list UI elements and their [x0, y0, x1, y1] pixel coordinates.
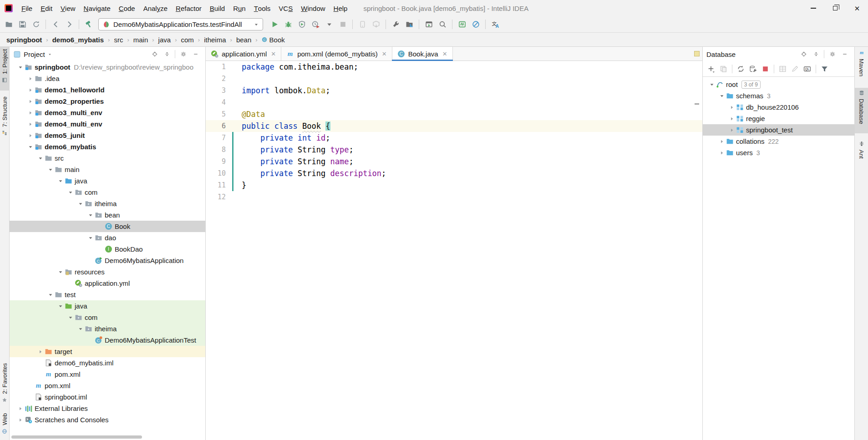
stop-button[interactable] — [336, 18, 350, 31]
tree-row-bean[interactable]: bean — [10, 209, 205, 221]
menu-vcs[interactable]: VCS — [274, 0, 297, 16]
caret-down-button[interactable] — [322, 18, 336, 31]
chevron-down-icon[interactable] — [48, 52, 52, 56]
tree-row-pom-xml[interactable]: mpom.xml — [10, 369, 205, 380]
tree-row-demo6-mybatis-iml[interactable]: demo6_mybatis.iml — [10, 357, 205, 369]
chevron-right-icon[interactable] — [26, 98, 35, 105]
breadcrumb-item-bean[interactable]: bean — [236, 36, 251, 44]
chevron-right-icon[interactable] — [727, 115, 736, 122]
stripe-button-1-project[interactable]: 1: Project — [0, 47, 9, 91]
tree-row-demo6mybatisapplicationtest[interactable]: CDemo6MybatisApplicationTest — [10, 334, 205, 346]
run-button[interactable] — [268, 18, 281, 31]
tree-row-java[interactable]: java — [10, 300, 205, 312]
code-line-4[interactable]: 4 — [206, 96, 702, 108]
gear-button[interactable] — [177, 48, 189, 60]
tree-row-book[interactable]: CBook — [10, 221, 205, 232]
search-everywhere-button[interactable] — [436, 18, 449, 31]
chevron-right-icon[interactable] — [727, 126, 736, 134]
synchronize-button[interactable] — [29, 18, 43, 31]
menu-analyze[interactable]: Analyze — [139, 0, 172, 16]
chevron-down-icon[interactable] — [36, 155, 45, 162]
tree-row-collations[interactable]: collations222 — [703, 136, 854, 147]
project-panel-title[interactable]: Project — [24, 51, 45, 58]
chevron-right-icon[interactable] — [717, 149, 726, 157]
line-number[interactable]: 1 — [206, 63, 231, 71]
tree-row-java[interactable]: java — [10, 175, 205, 187]
minimize-button[interactable] — [838, 48, 851, 60]
horizontal-scrollbar[interactable] — [11, 435, 142, 439]
tree-row-demo3-multi-env[interactable]: demo3_multi_env — [10, 107, 205, 118]
code-line-1[interactable]: 1package com.itheima.bean; — [206, 61, 702, 73]
line-number[interactable]: 10 — [206, 169, 231, 177]
tree-row-dao[interactable]: dao — [10, 232, 205, 243]
tree-row-demo5-junit[interactable]: demo5_junit — [10, 130, 205, 141]
tree-row-itheima[interactable]: itheima — [10, 198, 205, 209]
project-structure-button[interactable] — [402, 18, 416, 31]
code-line-7[interactable]: 7 private int id; — [206, 132, 702, 144]
tree-row-main[interactable]: main — [10, 164, 205, 175]
stripe-button-7-structure[interactable]: 7: Structure — [0, 94, 9, 143]
add-button[interactable] — [705, 63, 717, 75]
chevron-down-icon[interactable] — [56, 303, 65, 310]
breadcrumb-item-itheima[interactable]: itheima — [204, 36, 226, 44]
editor-tab-application-yml[interactable]: application.yml✕ — [206, 47, 281, 61]
download-dependencies-button[interactable] — [369, 18, 383, 31]
line-number[interactable]: 8 — [206, 146, 231, 154]
chevron-down-icon[interactable] — [26, 143, 35, 151]
chevron-right-icon[interactable] — [26, 86, 35, 94]
chevron-down-icon[interactable] — [56, 177, 65, 185]
line-number[interactable]: 6 — [206, 122, 231, 130]
tree-row-application-yml[interactable]: application.yml — [10, 278, 205, 289]
chevron-down-icon[interactable] — [46, 166, 55, 173]
menu-navigate[interactable]: Navigate — [80, 0, 115, 16]
chevron-right-icon[interactable] — [26, 132, 35, 139]
code-with-me-button[interactable] — [455, 18, 469, 31]
close-button[interactable]: ✕ — [846, 0, 868, 16]
locate-button[interactable] — [797, 48, 810, 60]
tree-row-external-libraries[interactable]: External Libraries — [10, 403, 205, 414]
menu-tools[interactable]: Tools — [250, 0, 275, 16]
tree-row-springboot-iml[interactable]: springboot.iml — [10, 391, 205, 403]
build-project-button[interactable] — [82, 18, 96, 31]
tree-row-demo6mybatisapplication[interactable]: CDemo6MybatisApplication — [10, 255, 205, 266]
code-editor[interactable]: 1package com.itheima.bean;23import lombo… — [206, 61, 702, 440]
tree-row-com[interactable]: com — [10, 187, 205, 198]
code-line-6[interactable]: 6public class Book { — [206, 120, 702, 132]
breadcrumb-item-java[interactable]: java — [158, 36, 171, 44]
open-project-button[interactable] — [2, 18, 15, 31]
chevron-down-icon[interactable] — [707, 81, 716, 88]
chevron-down-icon[interactable] — [66, 189, 75, 196]
chevron-down-icon[interactable] — [16, 64, 25, 71]
tab-close-icon[interactable]: ✕ — [382, 51, 387, 57]
menu-edit[interactable]: Edit — [36, 0, 56, 16]
tree-row-target[interactable]: target — [10, 346, 205, 357]
chevron-down-icon[interactable] — [46, 291, 55, 298]
code-line-11[interactable]: 11} — [206, 179, 702, 191]
tree-row-idea[interactable]: .idea — [10, 73, 205, 84]
menu-file[interactable]: File — [17, 0, 36, 16]
gear-button[interactable] — [826, 48, 838, 60]
translate-button[interactable]: 文A — [488, 18, 502, 31]
menu-view[interactable]: View — [56, 0, 80, 16]
profiler-button[interactable] — [309, 18, 322, 31]
table-data-button[interactable] — [777, 63, 789, 75]
tree-row-springboot-test[interactable]: springboot_test — [703, 124, 854, 136]
menu-build[interactable]: Build — [206, 0, 229, 16]
stripe-button-maven[interactable]: mMaven — [855, 48, 868, 85]
tree-row-test[interactable]: test — [10, 289, 205, 300]
minimize-button[interactable] — [802, 0, 824, 16]
line-number[interactable]: 2 — [206, 75, 231, 83]
code-line-8[interactable]: 8 private String type; — [206, 144, 702, 156]
chevron-right-icon[interactable] — [26, 109, 35, 116]
line-number[interactable]: 4 — [206, 98, 231, 106]
breadcrumb-item-main[interactable]: main — [133, 36, 148, 44]
menu-code[interactable]: Code — [115, 0, 139, 16]
duplicate-button[interactable] — [717, 63, 730, 75]
stop-red-button[interactable] — [759, 63, 772, 75]
settings-wrench-button[interactable] — [389, 18, 402, 31]
tree-row-users[interactable]: users3 — [703, 147, 854, 158]
tree-row-pom-xml[interactable]: mpom.xml — [10, 380, 205, 391]
chevron-down-icon[interactable] — [86, 234, 95, 242]
tab-close-icon[interactable]: ✕ — [271, 51, 276, 57]
code-line-5[interactable]: 5@Data — [206, 108, 702, 120]
